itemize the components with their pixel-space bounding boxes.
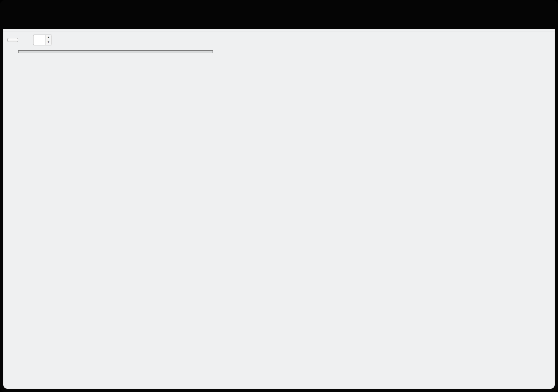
spin-up-button[interactable]: ▲ [45, 35, 52, 40]
stacked-diagrams-group: ▲ ▼ [30, 35, 52, 45]
spin-down-button[interactable]: ▼ [45, 40, 52, 45]
menubar [0, 18, 558, 29]
stacked-diagrams-spinbox[interactable]: ▲ ▼ [33, 35, 52, 45]
memory-consumption-chart[interactable] [6, 49, 552, 376]
main-content: ▲ ▼ [3, 29, 555, 389]
spin-buttons: ▲ ▼ [45, 35, 52, 45]
toolbar: ▲ ▼ [3, 31, 555, 48]
chart-area [6, 49, 552, 389]
titlebar[interactable] [0, 0, 558, 18]
chart-legend [18, 50, 213, 53]
export-as-button[interactable] [7, 38, 18, 42]
app-window: ▲ ▼ [0, 0, 558, 392]
stacked-diagrams-value [33, 35, 45, 45]
